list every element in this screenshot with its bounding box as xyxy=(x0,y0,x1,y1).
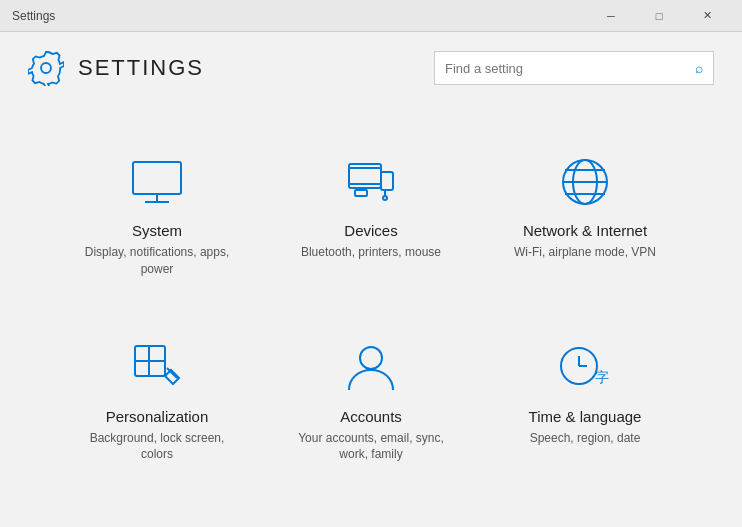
network-icon xyxy=(555,152,615,212)
search-icon: ⌕ xyxy=(695,60,703,76)
setting-desc-network: Wi-Fi, airplane mode, VPN xyxy=(514,244,656,261)
setting-item-time[interactable]: Time & language Speech, region, date xyxy=(488,310,682,486)
devices-icon xyxy=(341,152,401,212)
setting-item-accounts[interactable]: Accounts Your accounts, email, sync, wor… xyxy=(274,310,468,486)
system-icon xyxy=(127,152,187,212)
time-icon xyxy=(555,338,615,398)
setting-title-system: System xyxy=(132,222,182,239)
titlebar: Settings ─ □ ✕ xyxy=(0,0,742,32)
setting-title-personalization: Personalization xyxy=(106,408,209,425)
settings-grid: System Display, notifications, apps, pow… xyxy=(60,124,682,485)
search-box[interactable]: ⌕ xyxy=(434,51,714,85)
setting-title-time: Time & language xyxy=(529,408,642,425)
close-button[interactable]: ✕ xyxy=(684,0,730,32)
setting-item-system[interactable]: System Display, notifications, apps, pow… xyxy=(60,124,254,300)
titlebar-controls: ─ □ ✕ xyxy=(588,0,730,32)
setting-item-network[interactable]: Network & Internet Wi-Fi, airplane mode,… xyxy=(488,124,682,300)
header: SETTINGS ⌕ xyxy=(0,32,742,104)
setting-desc-personalization: Background, lock screen, colors xyxy=(76,430,238,464)
setting-title-network: Network & Internet xyxy=(523,222,647,239)
setting-desc-time: Speech, region, date xyxy=(530,430,641,447)
setting-desc-system: Display, notifications, apps, power xyxy=(76,244,238,278)
header-title: SETTINGS xyxy=(78,55,204,81)
setting-desc-accounts: Your accounts, email, sync, work, family xyxy=(290,430,452,464)
main-content: System Display, notifications, apps, pow… xyxy=(0,104,742,505)
titlebar-title: Settings xyxy=(12,9,55,23)
setting-desc-devices: Bluetooth, printers, mouse xyxy=(301,244,441,261)
search-input[interactable] xyxy=(445,61,695,76)
setting-item-personalization[interactable]: Personalization Background, lock screen,… xyxy=(60,310,254,486)
accounts-icon xyxy=(341,338,401,398)
setting-item-devices[interactable]: Devices Bluetooth, printers, mouse xyxy=(274,124,468,300)
titlebar-left: Settings xyxy=(12,9,55,23)
maximize-button[interactable]: □ xyxy=(636,0,682,32)
setting-title-accounts: Accounts xyxy=(340,408,402,425)
minimize-button[interactable]: ─ xyxy=(588,0,634,32)
gear-icon xyxy=(28,50,64,86)
svg-point-0 xyxy=(41,63,51,73)
header-left: SETTINGS xyxy=(28,50,204,86)
personalization-icon xyxy=(127,338,187,398)
setting-title-devices: Devices xyxy=(344,222,397,239)
